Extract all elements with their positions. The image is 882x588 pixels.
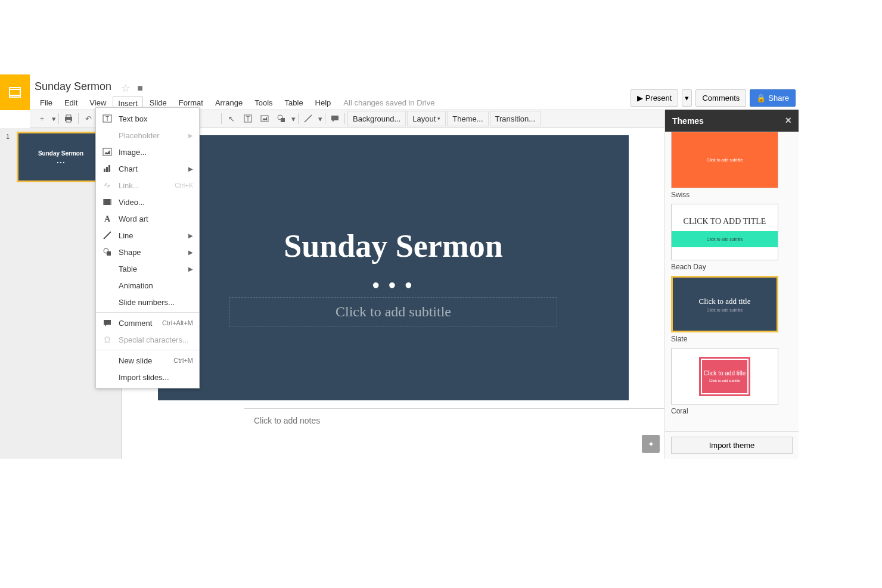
import-theme-button[interactable]: Import theme [671, 437, 793, 454]
insert-menu: TText boxPlaceholder▶Image...Chart▶Link.… [95, 107, 200, 388]
menu-file[interactable]: File [35, 96, 58, 110]
menu-item-label: Image... [119, 148, 147, 157]
insert-table[interactable]: Table▶ [96, 260, 199, 277]
theme-swiss[interactable]: Click to add subtitleSwiss [671, 132, 793, 199]
comments-button[interactable]: Comments [695, 89, 746, 107]
theme-slate[interactable]: Click to add titleClick to add subtitleS… [671, 276, 793, 343]
select-tool[interactable]: ↖ [223, 111, 240, 126]
insert-text-box[interactable]: TText box [96, 110, 199, 127]
line-dropdown[interactable]: ▾ [316, 111, 324, 126]
svg-rect-23 [103, 199, 104, 205]
menu-item-label: Table [119, 265, 137, 273]
menu-item-label: Animation [119, 281, 153, 290]
insert-image-[interactable]: Image... [96, 144, 199, 160]
insert-chart[interactable]: Chart▶ [96, 160, 199, 177]
svg-marker-14 [333, 120, 334, 122]
svg-rect-21 [108, 165, 110, 172]
svg-rect-19 [104, 169, 105, 172]
menu-arrange[interactable]: Arrange [210, 96, 248, 110]
theme-coral[interactable]: Click to add titleClick to add subtitleC… [671, 348, 793, 415]
new-slide-tool[interactable]: ＋ [33, 111, 50, 126]
menu-item-shortcut: Ctrl+K [175, 182, 193, 189]
svg-text:A: A [104, 214, 111, 223]
svg-marker-18 [104, 150, 110, 154]
svg-rect-24 [110, 199, 111, 205]
chevron-right-icon: ▶ [188, 166, 193, 172]
slide-title[interactable]: Sunday Sermon [158, 228, 629, 265]
share-button[interactable]: 🔒 Share [750, 89, 796, 107]
link-icon [102, 180, 113, 191]
menu-edit[interactable]: Edit [59, 96, 83, 110]
svg-rect-11 [281, 118, 285, 122]
explore-button[interactable]: ✦ [642, 435, 660, 453]
theme-beach[interactable]: CLICK TO ADD TITLEClick to add subtitleB… [671, 204, 793, 271]
themes-title: Themes [672, 116, 704, 126]
video-icon [102, 197, 113, 207]
theme-tool[interactable]: Theme... [447, 111, 488, 126]
present-dropdown[interactable]: ▾ [682, 89, 692, 107]
close-icon[interactable]: × [785, 114, 791, 127]
menu-item-label: Placeholder [119, 131, 160, 140]
menu-tools[interactable]: Tools [249, 96, 278, 110]
shape-tool[interactable] [273, 111, 290, 126]
print-tool[interactable] [60, 111, 77, 126]
line-icon [102, 230, 113, 241]
slide-canvas[interactable]: Sunday Sermon ● ● ● Click to add subtitl… [158, 135, 629, 400]
layout-tool[interactable]: Layout [407, 111, 446, 126]
insert-line[interactable]: Line▶ [96, 227, 199, 244]
theme-name-label: Slate [671, 335, 793, 343]
insert-video-[interactable]: Video... [96, 194, 199, 210]
preview-title: CLICK TO ADD TITLE [684, 217, 766, 226]
folder-icon[interactable]: ■ [137, 83, 143, 94]
line-tool[interactable] [300, 111, 316, 126]
menu-item-label: Comment [119, 319, 152, 328]
insert-import-slides-[interactable]: Import slides... [96, 369, 199, 385]
insert-animation[interactable]: Animation [96, 277, 199, 294]
star-icon[interactable]: ☆ [121, 82, 131, 95]
thumb-title: Sunday Sermon [18, 150, 103, 157]
undo-tool[interactable]: ↶ [80, 111, 97, 126]
slides-logo[interactable] [0, 74, 30, 110]
comment-tool[interactable] [327, 111, 343, 126]
svg-rect-4 [66, 120, 71, 122]
explore-icon: ✦ [648, 440, 654, 449]
menu-item-label: Import slides... [119, 373, 169, 382]
omega-icon: Ω [102, 334, 113, 345]
present-button[interactable]: ▶ Present [631, 89, 679, 107]
insert-link-: Link...Ctrl+K [96, 177, 199, 194]
slide-number: 1 [6, 133, 10, 140]
document-title[interactable]: Sunday Sermon [35, 80, 111, 93]
svg-rect-1 [10, 89, 20, 97]
insert-word-art[interactable]: AWord art [96, 210, 199, 227]
textbox-tool[interactable]: T [240, 111, 256, 126]
theme-preview: Click to add subtitle [671, 132, 778, 188]
notes-area[interactable]: Click to add notes [244, 408, 664, 459]
shape-dropdown[interactable]: ▾ [290, 111, 297, 126]
shape-icon [102, 247, 113, 257]
transition-tool[interactable]: Transition... [490, 111, 541, 126]
image-icon [102, 147, 113, 157]
preview-sub: Click to add subtitle [707, 308, 743, 312]
comment-icon [102, 318, 113, 328]
image-tool[interactable] [256, 111, 273, 126]
new-slide-dropdown[interactable]: ▾ [50, 111, 57, 126]
slide-dots: ● ● ● [158, 277, 629, 293]
svg-marker-9 [262, 117, 267, 120]
svg-rect-20 [106, 167, 108, 172]
slide-subtitle-placeholder[interactable]: Click to add subtitle [229, 297, 557, 326]
menu-item-label: Link... [119, 181, 139, 190]
insert-shape[interactable]: Shape▶ [96, 244, 199, 260]
insert-slide-numbers-[interactable]: Slide numbers... [96, 294, 199, 310]
blank-icon [102, 280, 113, 291]
theme-name-label: Beach Day [671, 263, 793, 271]
preview-title: Click to add title [698, 297, 750, 306]
background-tool[interactable]: Background... [347, 111, 406, 126]
svg-rect-29 [104, 320, 111, 325]
svg-rect-28 [107, 251, 111, 256]
insert-new-slide[interactable]: New slideCtrl+M [96, 352, 199, 369]
menu-table[interactable]: Table [279, 96, 309, 110]
menu-item-shortcut: Ctrl+M [173, 357, 193, 364]
menu-help[interactable]: Help [310, 96, 337, 110]
insert-comment[interactable]: CommentCtrl+Alt+M [96, 315, 199, 331]
blank-icon [102, 355, 113, 366]
